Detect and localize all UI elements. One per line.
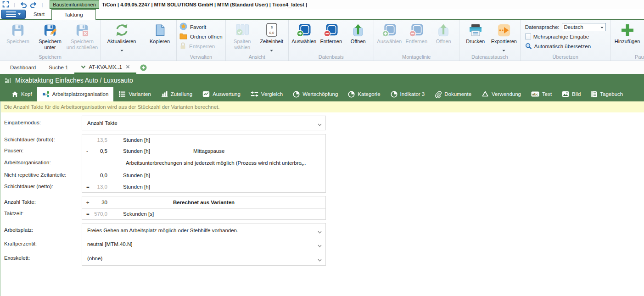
ribbon-button-entfernen[interactable]: Entfernen bbox=[318, 21, 345, 45]
tab-arbeitsplatzorganisation[interactable]: Arbeitsplatzorganisation bbox=[37, 87, 114, 101]
tab-text[interactable]: abcText bbox=[526, 87, 557, 101]
tab-label: Vergleich bbox=[261, 91, 283, 97]
dropdown-value[interactable]: Arbeitsunterbrechungen sind jederzeit mö… bbox=[82, 160, 306, 166]
ribbon: SpeichernSpeichern unterSpeichern und sc… bbox=[0, 19, 644, 61]
dropdown-value[interactable]: (ohne) bbox=[82, 256, 102, 261]
chartbox-icon bbox=[202, 91, 210, 97]
dropdown-value[interactable]: Freies Gehen am Arbeitsplatz möglich ode… bbox=[82, 228, 238, 233]
ribbon-button-öffnen: Öffnen bbox=[430, 21, 457, 45]
form-section: Anzahl Takte:Taktzeit:÷30Berechnet aus V… bbox=[1, 196, 644, 220]
tab-label: Varianten bbox=[129, 91, 151, 97]
main-menu-button[interactable] bbox=[1, 10, 26, 19]
data-language-label: Datensprache: bbox=[525, 24, 560, 30]
window-icon[interactable] bbox=[2, 1, 9, 8]
magnifier-icon bbox=[525, 43, 532, 50]
ribbon-tab-start[interactable]: Start bbox=[27, 9, 51, 19]
form: Eingabemodus:Anzahl TakteSchichtdauer (b… bbox=[1, 116, 644, 266]
unit-label: Sekunden [s] bbox=[123, 211, 154, 217]
select-add-icon bbox=[296, 22, 312, 39]
ribbon-button-label: Öffnen bbox=[436, 39, 451, 45]
calculated-note: Berechnet aus Varianten bbox=[82, 200, 325, 205]
contextual-ribbon-tab[interactable]: Bausteinfunktionen bbox=[50, 0, 99, 9]
ribbon-group-label: Pause bbox=[613, 54, 644, 61]
value-field[interactable]: 0,5 bbox=[92, 148, 107, 154]
form-label-pausen: Pausen: bbox=[1, 145, 82, 156]
ribbon-button-öffnen[interactable]: Öffnen bbox=[345, 21, 372, 45]
ribbon-button-exportieren[interactable]: Exportieren bbox=[490, 21, 518, 54]
ribbon-button-auswählen[interactable]: Auswählen bbox=[291, 21, 318, 45]
ribbon-button-ordner-öffnen[interactable]: Ordner öffnen bbox=[179, 32, 223, 41]
ribbon-group-label: Verwalten bbox=[179, 54, 224, 61]
operator: - bbox=[86, 148, 92, 154]
ribbon-button-lö[interactable]: Lö bbox=[642, 21, 644, 45]
document-tab-at-kva-mx-1[interactable]: AT-KVA.MX..1 bbox=[74, 61, 136, 74]
ribbon-button-entfernen: Entfernen bbox=[403, 21, 430, 45]
tab-tagebuch[interactable]: Tagebuch bbox=[586, 87, 628, 101]
ribbon-button-zeiteinheit[interactable]: s0,0Zeiteinheit bbox=[257, 21, 286, 54]
tab-wertschöpfung[interactable]: Wertschöpfung bbox=[288, 87, 343, 101]
tab-kopf[interactable]: Kopf bbox=[6, 87, 37, 101]
tab-vergleich[interactable]: Vergleich bbox=[246, 87, 288, 101]
tab-varianten[interactable]: Varianten bbox=[113, 87, 156, 101]
ribbon-group-label bbox=[145, 54, 174, 61]
tab-indikator-3[interactable]: Indikator 3 bbox=[386, 87, 430, 101]
data-language-select[interactable]: Deutsch bbox=[562, 23, 606, 31]
chevron-down-icon[interactable] bbox=[318, 122, 322, 127]
tab-auswertung[interactable]: Auswertung bbox=[197, 87, 246, 101]
book-icon bbox=[591, 91, 597, 98]
page-title: Mixabtaktung Einfaches Auto / Luxusauto bbox=[15, 77, 133, 84]
ribbon-button-favorit[interactable]: Favorit bbox=[179, 22, 223, 32]
ribbon-button-label: Auswählen bbox=[377, 39, 402, 45]
operator: = bbox=[86, 211, 92, 217]
redo-icon[interactable] bbox=[30, 1, 37, 8]
undo-icon[interactable] bbox=[20, 1, 27, 8]
tab-zuteilung[interactable]: Zuteilung bbox=[156, 87, 197, 101]
document-tab-suche-1[interactable]: Suche 1 bbox=[42, 61, 74, 74]
chevron-down-icon[interactable] bbox=[318, 257, 322, 262]
ribbon-button-kopieren[interactable]: Kopieren bbox=[145, 21, 174, 45]
ribbon-button-aktualisieren[interactable]: Aktualisieren bbox=[102, 21, 141, 54]
chevron-down-icon[interactable] bbox=[301, 162, 305, 167]
sub-tab-bar: KopfArbeitsplatzorganisationVariantenZut… bbox=[0, 87, 644, 101]
ribbon-group-montagelinie: AuswählenEntfernenÖffnenMontagelinie bbox=[374, 20, 459, 61]
caret-icon bbox=[600, 24, 604, 30]
separator: | bbox=[14, 2, 15, 7]
chevron-down-icon[interactable] bbox=[318, 243, 322, 248]
tab-label: Tagebuch bbox=[600, 91, 623, 97]
dropdown-value[interactable]: Anzahl Takte bbox=[82, 120, 118, 126]
new-tab-button[interactable] bbox=[140, 61, 147, 74]
ribbon-group-label bbox=[102, 54, 141, 61]
tab-label: Dokumente bbox=[444, 91, 471, 97]
list-icon bbox=[118, 91, 126, 97]
tab-kategorie[interactable]: Kategorie bbox=[343, 87, 385, 101]
close-tab-button[interactable] bbox=[126, 65, 130, 69]
form-row-anzahl-takte: ÷30Berechnet aus Varianten bbox=[82, 196, 325, 208]
content-area: Die Anzahl Takte für die Arbeitsorganisa… bbox=[0, 101, 644, 296]
value-field[interactable]: 0,0 bbox=[92, 173, 107, 178]
ribbon-group-label: Übersetzen bbox=[522, 54, 609, 61]
grid-icon bbox=[5, 77, 11, 84]
dropdown-value[interactable]: neutral [MTM.40.N] bbox=[82, 241, 132, 247]
auto-translate-button[interactable]: Automatisch übersetzen bbox=[525, 41, 606, 51]
comment-field[interactable]: Mittagspause bbox=[193, 148, 224, 154]
ribbon-button-label: Drucken bbox=[466, 39, 485, 45]
ribbon-button-drucken[interactable]: Drucken bbox=[461, 21, 490, 45]
tab-label: Kopf bbox=[21, 91, 32, 97]
form-label-schichtdauer-brutto: Schichtdauer (brutto): bbox=[1, 134, 82, 145]
tab-dokumente[interactable]: Dokumente bbox=[430, 87, 476, 101]
chevron-down-icon[interactable] bbox=[318, 229, 322, 235]
form-row-schichtdauer-netto: =13,0Stunden [h] bbox=[82, 181, 325, 192]
tab-bild[interactable]: Bild bbox=[557, 87, 586, 101]
document-tab-dashboard[interactable]: Dashboard bbox=[4, 61, 42, 74]
ribbon-button-hinzufügen[interactable]: Hinzufügen bbox=[613, 21, 642, 45]
ribbon-group-2: Kopieren bbox=[143, 20, 176, 61]
multilingual-checkbox[interactable] bbox=[525, 34, 531, 39]
open-up-icon bbox=[352, 22, 364, 39]
ribbon-tab-taktung[interactable]: Taktung bbox=[51, 9, 95, 20]
tab-verwendung[interactable]: Verwendung bbox=[476, 87, 526, 101]
ribbon-button-speichern-unter[interactable]: Speichern unter bbox=[34, 21, 66, 50]
compare-icon bbox=[251, 91, 258, 97]
form-section: Arbeitsplatz:Kraftperzentil:Exoskelett:F… bbox=[1, 223, 644, 266]
plus-icon bbox=[620, 22, 635, 39]
document-tab-bar: DashboardSuche 1AT-KVA.MX..1 bbox=[0, 61, 644, 74]
